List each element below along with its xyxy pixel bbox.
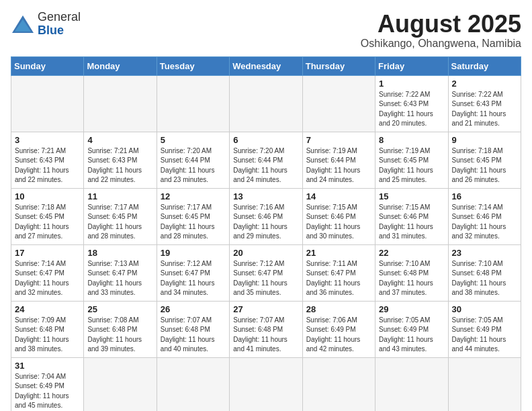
- day-number: 29: [379, 304, 444, 314]
- day-number: 23: [452, 248, 517, 258]
- day-info: Sunrise: 7:09 AM Sunset: 6:48 PM Dayligh…: [15, 316, 80, 355]
- calendar-body: 1Sunrise: 7:22 AM Sunset: 6:43 PM Daylig…: [11, 75, 521, 411]
- day-number: 16: [452, 191, 517, 201]
- day-info: Sunrise: 7:17 AM Sunset: 6:45 PM Dayligh…: [87, 203, 152, 242]
- calendar-day-cell: 19Sunrise: 7:12 AM Sunset: 6:47 PM Dayli…: [157, 244, 229, 301]
- calendar-day-cell: 5Sunrise: 7:20 AM Sunset: 6:44 PM Daylig…: [157, 132, 229, 188]
- calendar-day-cell: 13Sunrise: 7:16 AM Sunset: 6:46 PM Dayli…: [230, 188, 302, 244]
- day-info: Sunrise: 7:13 AM Sunset: 6:47 PM Dayligh…: [87, 259, 152, 298]
- calendar-day-cell: [84, 357, 157, 411]
- calendar-day-cell: [375, 357, 448, 411]
- calendar-day-cell: 9Sunrise: 7:18 AM Sunset: 6:45 PM Daylig…: [448, 132, 521, 188]
- day-number: 24: [15, 304, 80, 314]
- title-section: August 2025 Oshikango, Ohangwena, Namibi…: [361, 11, 521, 50]
- day-info: Sunrise: 7:14 AM Sunset: 6:47 PM Dayligh…: [15, 259, 80, 298]
- month-year-title: August 2025: [361, 11, 521, 38]
- day-info: Sunrise: 7:08 AM Sunset: 6:48 PM Dayligh…: [87, 316, 152, 355]
- day-number: 8: [379, 135, 444, 145]
- calendar-day-cell: [302, 357, 375, 411]
- calendar-week-row: 1Sunrise: 7:22 AM Sunset: 6:43 PM Daylig…: [11, 75, 521, 132]
- calendar-day-cell: 28Sunrise: 7:06 AM Sunset: 6:49 PM Dayli…: [302, 301, 375, 357]
- day-number: 13: [233, 191, 298, 201]
- calendar-day-cell: 12Sunrise: 7:17 AM Sunset: 6:45 PM Dayli…: [157, 188, 229, 244]
- calendar-day-cell: 26Sunrise: 7:07 AM Sunset: 6:48 PM Dayli…: [157, 301, 229, 357]
- logo-icon: [11, 14, 35, 34]
- calendar-day-cell: 20Sunrise: 7:12 AM Sunset: 6:47 PM Dayli…: [230, 244, 302, 301]
- day-number: 3: [15, 135, 80, 145]
- day-info: Sunrise: 7:10 AM Sunset: 6:48 PM Dayligh…: [379, 259, 444, 298]
- day-number: 30: [452, 304, 517, 314]
- day-info: Sunrise: 7:19 AM Sunset: 6:44 PM Dayligh…: [306, 146, 371, 185]
- calendar-day-cell: 24Sunrise: 7:09 AM Sunset: 6:48 PM Dayli…: [11, 301, 84, 357]
- day-info: Sunrise: 7:14 AM Sunset: 6:46 PM Dayligh…: [452, 203, 517, 242]
- calendar-day-cell: [448, 357, 521, 411]
- day-info: Sunrise: 7:19 AM Sunset: 6:45 PM Dayligh…: [379, 146, 444, 185]
- day-info: Sunrise: 7:17 AM Sunset: 6:45 PM Dayligh…: [161, 203, 226, 242]
- day-number: 15: [379, 191, 444, 201]
- calendar-day-cell: 3Sunrise: 7:21 AM Sunset: 6:43 PM Daylig…: [11, 132, 84, 188]
- weekday-header-cell: Saturday: [448, 56, 521, 75]
- day-info: Sunrise: 7:22 AM Sunset: 6:43 PM Dayligh…: [452, 90, 517, 129]
- calendar-day-cell: 31Sunrise: 7:04 AM Sunset: 6:49 PM Dayli…: [11, 357, 84, 411]
- calendar-day-cell: 18Sunrise: 7:13 AM Sunset: 6:47 PM Dayli…: [84, 244, 157, 301]
- day-info: Sunrise: 7:12 AM Sunset: 6:47 PM Dayligh…: [233, 259, 298, 298]
- day-number: 2: [452, 79, 517, 89]
- calendar-day-cell: 23Sunrise: 7:10 AM Sunset: 6:48 PM Dayli…: [448, 244, 521, 301]
- day-number: 12: [161, 191, 226, 201]
- day-number: 14: [306, 191, 371, 201]
- day-info: Sunrise: 7:04 AM Sunset: 6:49 PM Dayligh…: [15, 372, 80, 411]
- day-info: Sunrise: 7:18 AM Sunset: 6:45 PM Dayligh…: [15, 203, 80, 242]
- day-number: 27: [233, 304, 298, 314]
- calendar-day-cell: 27Sunrise: 7:07 AM Sunset: 6:48 PM Dayli…: [230, 301, 302, 357]
- calendar-day-cell: 29Sunrise: 7:05 AM Sunset: 6:49 PM Dayli…: [375, 301, 448, 357]
- calendar-day-cell: 14Sunrise: 7:15 AM Sunset: 6:46 PM Dayli…: [302, 188, 375, 244]
- weekday-header-cell: Monday: [84, 56, 157, 75]
- calendar-day-cell: 4Sunrise: 7:21 AM Sunset: 6:43 PM Daylig…: [84, 132, 157, 188]
- calendar-day-cell: [11, 75, 84, 132]
- day-number: 21: [306, 248, 371, 258]
- calendar-day-cell: 22Sunrise: 7:10 AM Sunset: 6:48 PM Dayli…: [375, 244, 448, 301]
- calendar-day-cell: 11Sunrise: 7:17 AM Sunset: 6:45 PM Dayli…: [84, 188, 157, 244]
- location-subtitle: Oshikango, Ohangwena, Namibia: [361, 38, 521, 50]
- calendar-day-cell: 16Sunrise: 7:14 AM Sunset: 6:46 PM Dayli…: [448, 188, 521, 244]
- calendar-day-cell: [230, 357, 302, 411]
- day-info: Sunrise: 7:15 AM Sunset: 6:46 PM Dayligh…: [379, 203, 444, 242]
- day-info: Sunrise: 7:21 AM Sunset: 6:43 PM Dayligh…: [87, 146, 152, 185]
- day-info: Sunrise: 7:12 AM Sunset: 6:47 PM Dayligh…: [161, 259, 226, 298]
- calendar-day-cell: 7Sunrise: 7:19 AM Sunset: 6:44 PM Daylig…: [302, 132, 375, 188]
- day-info: Sunrise: 7:22 AM Sunset: 6:43 PM Dayligh…: [379, 90, 444, 129]
- calendar-day-cell: [157, 75, 229, 132]
- weekday-header-cell: Thursday: [302, 56, 375, 75]
- day-number: 20: [233, 248, 298, 258]
- weekday-header-cell: Tuesday: [157, 56, 229, 75]
- weekday-header-cell: Wednesday: [230, 56, 302, 75]
- day-info: Sunrise: 7:21 AM Sunset: 6:43 PM Dayligh…: [15, 146, 80, 185]
- calendar-day-cell: 6Sunrise: 7:20 AM Sunset: 6:44 PM Daylig…: [230, 132, 302, 188]
- calendar-week-row: 10Sunrise: 7:18 AM Sunset: 6:45 PM Dayli…: [11, 188, 521, 244]
- day-info: Sunrise: 7:05 AM Sunset: 6:49 PM Dayligh…: [379, 316, 444, 355]
- calendar-week-row: 31Sunrise: 7:04 AM Sunset: 6:49 PM Dayli…: [11, 357, 521, 411]
- calendar-day-cell: 10Sunrise: 7:18 AM Sunset: 6:45 PM Dayli…: [11, 188, 84, 244]
- day-number: 26: [161, 304, 226, 314]
- day-info: Sunrise: 7:06 AM Sunset: 6:49 PM Dayligh…: [306, 316, 371, 355]
- calendar-day-cell: 21Sunrise: 7:11 AM Sunset: 6:47 PM Dayli…: [302, 244, 375, 301]
- weekday-header-cell: Friday: [375, 56, 448, 75]
- day-number: 7: [306, 135, 371, 145]
- weekday-header-row: SundayMondayTuesdayWednesdayThursdayFrid…: [11, 56, 521, 75]
- logo-text: General Blue: [38, 11, 81, 38]
- day-number: 5: [161, 135, 226, 145]
- day-number: 19: [161, 248, 226, 258]
- day-number: 31: [15, 361, 80, 371]
- day-info: Sunrise: 7:18 AM Sunset: 6:45 PM Dayligh…: [452, 146, 517, 185]
- calendar-day-cell: 15Sunrise: 7:15 AM Sunset: 6:46 PM Dayli…: [375, 188, 448, 244]
- page-header: General Blue August 2025 Oshikango, Ohan…: [11, 11, 521, 50]
- day-info: Sunrise: 7:16 AM Sunset: 6:46 PM Dayligh…: [233, 203, 298, 242]
- day-info: Sunrise: 7:20 AM Sunset: 6:44 PM Dayligh…: [233, 146, 298, 185]
- calendar-day-cell: [84, 75, 157, 132]
- calendar-day-cell: 1Sunrise: 7:22 AM Sunset: 6:43 PM Daylig…: [375, 75, 448, 132]
- day-number: 17: [15, 248, 80, 258]
- day-info: Sunrise: 7:20 AM Sunset: 6:44 PM Dayligh…: [161, 146, 226, 185]
- calendar-day-cell: 17Sunrise: 7:14 AM Sunset: 6:47 PM Dayli…: [11, 244, 84, 301]
- day-number: 22: [379, 248, 444, 258]
- day-number: 28: [306, 304, 371, 314]
